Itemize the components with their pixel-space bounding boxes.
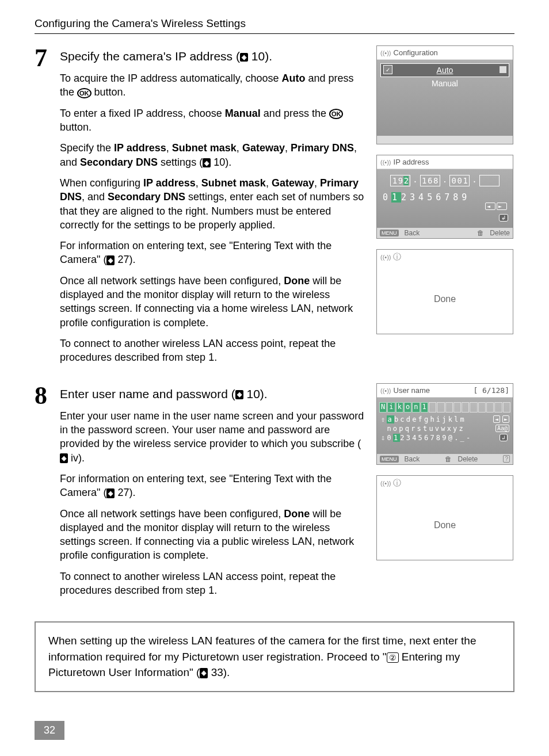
screen-configuration: Configuration ✓ Auto Manual — [376, 45, 513, 144]
right-arrow-icon[interactable]: ► — [497, 203, 507, 210]
step8-heading: Enter user name and password (◈ 10). — [60, 387, 366, 401]
config-option-auto[interactable]: ✓ Auto — [380, 63, 509, 77]
step7-heading: Specify the camera's IP address (◈ 10). — [60, 49, 366, 63]
t: and press the — [261, 108, 329, 119]
b: Done — [284, 508, 310, 520]
keyboard-row-1[interactable]: ⇧abcdefghijklm◄► — [379, 415, 510, 424]
back-label: Back — [405, 229, 420, 237]
enter-icon[interactable]: ↲ — [500, 434, 508, 441]
page-ref-icon: ◈ — [106, 488, 115, 498]
b: Gateway — [272, 177, 314, 189]
t: button. — [92, 86, 126, 98]
t: , — [166, 142, 172, 154]
t: For information on entering text, see "E… — [60, 240, 331, 265]
info-icon — [393, 478, 401, 487]
screen-title: User name — [394, 386, 430, 395]
step7-heading-suffix: ). — [265, 49, 272, 63]
section-header: Configuring the Camera's Wireless Settin… — [35, 17, 514, 34]
username-input[interactable]: Nikon1 — [379, 402, 510, 413]
step8-p1: Enter your user name in the user name sc… — [60, 409, 366, 465]
step8-p2: For information on entering text, see "E… — [60, 472, 366, 500]
t: , — [237, 142, 242, 154]
step7-p6: Once all network settings have been conf… — [60, 274, 366, 330]
b: IP address — [114, 142, 166, 154]
step7-heading-prefix: Specify the camera's IP address ( — [60, 49, 240, 63]
t: Once all network settings have been conf… — [60, 508, 284, 520]
config-option-manual[interactable]: Manual — [380, 77, 509, 90]
t: To enter a fixed IP address, choose — [60, 108, 225, 119]
delete-label: Delete — [458, 455, 478, 463]
step7-p4: When configuring IP address, Subnet mask… — [60, 176, 366, 232]
wireless-icon — [380, 252, 391, 261]
delete-label: Delete — [490, 229, 510, 237]
menu-back-button[interactable]: MENU — [380, 230, 399, 236]
help-icon[interactable]: ? — [503, 455, 510, 463]
t: , — [314, 177, 320, 189]
t: nopqrstuvwxyz — [387, 425, 465, 433]
step8-heading-suffix: ). — [260, 387, 268, 400]
step7-p1: To acquire the IP address automatically,… — [60, 71, 366, 100]
screen-done-2: Done — [376, 475, 513, 560]
t: When configuring — [60, 177, 143, 189]
page-ref-icon: ◈ — [235, 390, 243, 399]
wireless-icon — [380, 48, 391, 57]
shift-up-icon[interactable]: ⇧ — [381, 415, 387, 423]
screen-user-name: User name [ 6/128] Nikon1 ⇧abcdefghijklm… — [376, 383, 513, 465]
step-7: 7 Specify the camera's IP address (◈ 10)… — [35, 45, 514, 372]
shift-down-icon[interactable]: ⇩ — [381, 434, 387, 442]
screen-title: Configuration — [394, 48, 438, 57]
enter-icon[interactable]: ↲ — [499, 214, 508, 222]
t: ). — [223, 666, 230, 678]
step-circle-2-icon: ② — [387, 652, 399, 663]
footer-note: When setting up the wireless LAN feature… — [35, 621, 514, 692]
digit-picker[interactable]: 0123456789 ◄► — [380, 191, 509, 204]
t: Once all network settings have been conf… — [60, 275, 284, 287]
done-message: Done — [377, 491, 513, 560]
ok-button-icon: OK — [77, 88, 92, 98]
config-auto-label: Auto — [437, 66, 453, 75]
t: ). — [129, 487, 135, 498]
t: 27 — [117, 487, 129, 498]
t: 10 — [214, 156, 225, 168]
char-counter: [ 6/128] — [473, 386, 509, 395]
trash-icon[interactable]: 🗑 — [477, 229, 484, 237]
info-icon — [393, 252, 401, 261]
case-toggle-icon[interactable]: Aa@ — [495, 425, 509, 432]
b: IP address — [143, 177, 196, 189]
t: iv — [71, 452, 78, 464]
left-arrow-icon[interactable]: ◄ — [485, 203, 495, 210]
trash-icon[interactable]: 🗑 — [445, 455, 452, 463]
bold-auto: Auto — [282, 72, 306, 84]
step8-heading-prefix: Enter user name and password ( — [60, 387, 235, 400]
back-label: Back — [405, 455, 420, 463]
step7-p7: To connect to another wireless LAN acces… — [60, 337, 366, 365]
scroll-indicator — [500, 66, 506, 73]
b: Gateway — [242, 142, 285, 154]
page-ref-icon: ◈ — [203, 158, 211, 168]
step7-p3: Specify the IP address, Subnet mask, Gat… — [60, 141, 366, 169]
left-arrow-icon[interactable]: ◄ — [493, 415, 500, 423]
menu-back-button[interactable]: MENU — [380, 456, 399, 463]
b: Primary DNS — [291, 142, 354, 154]
t: 33 — [211, 666, 223, 678]
t: , and — [82, 191, 108, 203]
t: settings ( — [158, 156, 203, 168]
t: For information on entering text, see "E… — [60, 473, 331, 498]
screen-title: IP address — [394, 158, 429, 166]
right-arrow-icon[interactable]: ► — [502, 415, 509, 423]
t: , — [266, 177, 272, 189]
checkmark-icon: ✓ — [383, 65, 392, 74]
t: Enter your user name in the user name sc… — [60, 410, 364, 450]
keyboard-row-3[interactable]: ⇩0123456789@._-↲ — [379, 433, 510, 442]
page-ref-icon: ◈ — [60, 453, 68, 463]
t: 27 — [117, 254, 129, 265]
b: Secondary DNS — [80, 156, 158, 168]
step-8: 8 Enter user name and password (◈ 10). E… — [35, 383, 514, 605]
b: Subnet mask — [172, 142, 237, 154]
wireless-icon — [380, 386, 391, 395]
keyboard-row-2[interactable]: nopqrstuvwxyzAa@ — [379, 424, 510, 433]
screen-ip-address: IP address 192. 168. 001. 0123456789 ◄► — [376, 155, 513, 239]
b: Subnet mask — [201, 177, 266, 189]
b: Secondary DNS — [108, 191, 185, 203]
ip-input-row[interactable]: 192. 168. 001. — [380, 175, 509, 186]
